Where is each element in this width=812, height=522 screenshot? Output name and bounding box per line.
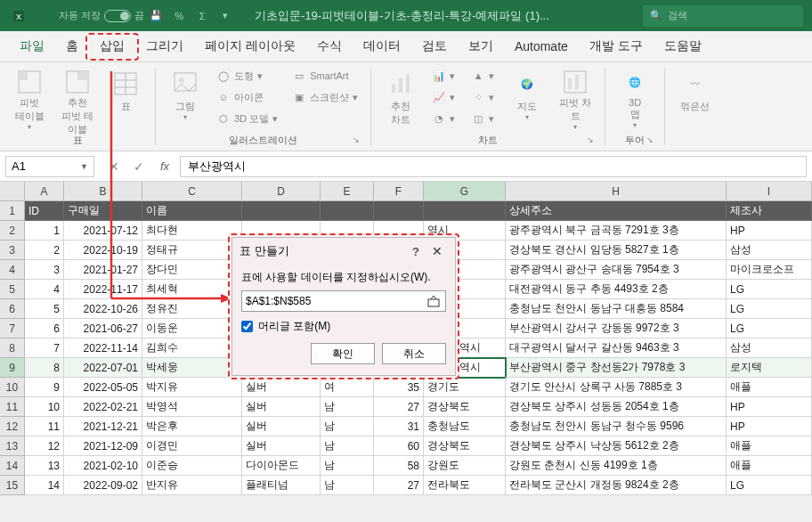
range-input[interactable] [241, 290, 446, 312]
cell[interactable]: 여 [321, 378, 374, 397]
chart-type-6[interactable]: ◫▾ [466, 109, 501, 128]
cell[interactable]: 강원도 [424, 456, 506, 476]
more-qat-icon[interactable]: ▾ [217, 8, 233, 24]
col-header-F[interactable]: F [374, 182, 424, 200]
cell[interactable]: 플래티넘 [242, 476, 321, 495]
cell[interactable]: 5 [25, 299, 64, 319]
cell[interactable]: 애플 [727, 456, 812, 476]
header-cell[interactable]: 상세주소 [506, 201, 727, 221]
pivot-chart-button[interactable]: 피벗 차트▾ [553, 66, 597, 133]
cell[interactable]: 박지유 [142, 378, 242, 397]
cell[interactable]: 삼성 [727, 338, 812, 358]
cell[interactable]: 전라북도 [424, 476, 506, 495]
cell[interactable]: LG [727, 319, 812, 338]
cell[interactable]: 7 [25, 338, 64, 358]
cell[interactable]: 12 [25, 436, 64, 456]
name-box[interactable]: A1 ▼ [5, 156, 94, 177]
chart-type-5[interactable]: ⁘▾ [466, 87, 501, 107]
table-button[interactable]: 표 [103, 66, 148, 133]
sparkline-button[interactable]: 〰 꺾은선 [672, 66, 717, 133]
row-header-1[interactable]: 1 [0, 201, 25, 221]
cell[interactable]: 실버 [242, 397, 321, 417]
row-header-13[interactable]: 13 [0, 436, 25, 456]
col-header-H[interactable]: H [506, 182, 727, 200]
col-header-B[interactable]: B [64, 182, 142, 200]
autosave-toggle[interactable]: 자동 저장 끔 [59, 9, 144, 22]
tab-developer[interactable]: 개발 도구 [579, 31, 654, 62]
header-cell[interactable]: 이름 [142, 201, 242, 221]
formula-input[interactable]: 부산광역시 [180, 156, 807, 177]
cell[interactable]: 2022-09-02 [64, 476, 142, 495]
cell[interactable]: 박은후 [142, 417, 242, 436]
cell[interactable]: 2022-07-01 [64, 358, 142, 378]
cell[interactable]: 2022-05-05 [64, 378, 142, 397]
cancel-button[interactable]: 취소 [382, 343, 446, 364]
row-header-5[interactable]: 5 [0, 280, 25, 299]
cell[interactable]: 이경민 [142, 436, 242, 456]
cell[interactable]: 2022-10-26 [64, 299, 142, 319]
select-all-corner[interactable] [0, 182, 25, 200]
ok-button[interactable]: 확인 [311, 343, 375, 364]
col-header-G[interactable]: G [424, 182, 506, 200]
row-header-12[interactable]: 12 [0, 417, 25, 436]
chart-type-4[interactable]: ▲▾ [466, 66, 501, 86]
row-header-4[interactable]: 4 [0, 260, 25, 280]
row-header-8[interactable]: 8 [0, 338, 25, 358]
header-cell[interactable] [242, 201, 321, 221]
col-header-D[interactable]: D [242, 182, 321, 200]
range-field[interactable] [246, 295, 426, 307]
cell[interactable]: HP [727, 397, 812, 417]
cell[interactable]: 전라북도 군산시 개정동 9824호 2층 [506, 476, 727, 495]
row-header-10[interactable]: 10 [0, 378, 25, 397]
cell[interactable]: 60 [374, 436, 424, 456]
cell[interactable]: 광주광역시 북구 금곡동 7291호 3층 [506, 221, 727, 241]
tab-data[interactable]: 데이터 [353, 31, 411, 62]
cell[interactable]: 실버 [242, 436, 321, 456]
tab-file[interactable]: 파일 [9, 31, 55, 62]
cell[interactable]: 2021-12-21 [64, 417, 142, 436]
cell[interactable]: 9 [25, 378, 64, 397]
range-picker-icon[interactable] [426, 295, 442, 307]
col-header-A[interactable]: A [25, 182, 64, 200]
cell[interactable]: 2021-07-12 [64, 221, 142, 241]
tab-help[interactable]: 도움말 [654, 31, 712, 62]
row-header-6[interactable]: 6 [0, 299, 25, 319]
header-cell[interactable]: 구매일 [64, 201, 142, 221]
cell[interactable]: 충청남도 [424, 417, 506, 436]
help-button[interactable]: ? [405, 245, 426, 258]
search-box[interactable]: 🔍 검색 [643, 5, 803, 27]
3dmodel-button[interactable]: ⬡3D 모델 ▾ [211, 109, 283, 128]
cell[interactable]: 남 [321, 397, 374, 417]
cell[interactable]: 경상북도 [424, 397, 506, 417]
cell[interactable]: 58 [374, 456, 424, 476]
row-header-14[interactable]: 14 [0, 456, 25, 476]
cell[interactable]: LG [727, 476, 812, 495]
percent-icon[interactable]: % [171, 8, 187, 24]
header-cell[interactable] [374, 201, 424, 221]
cell[interactable]: 4 [25, 280, 64, 299]
tab-pagelayout[interactable]: 페이지 레이아웃 [194, 31, 306, 62]
header-cell[interactable]: ID [25, 201, 64, 221]
cell[interactable]: 충청남도 천안시 동남구 청수동 9596 [506, 417, 727, 436]
close-button[interactable]: ✕ [426, 244, 448, 258]
cell[interactable]: 부산광역시 강서구 강동동 9972호 3 [506, 319, 727, 338]
cell[interactable]: 2021-06-27 [64, 319, 142, 338]
cell[interactable]: 2022-10-19 [64, 241, 142, 260]
cell[interactable]: HP [727, 417, 812, 436]
cell[interactable]: 로지텍 [727, 358, 812, 378]
headers-checkbox[interactable] [241, 321, 253, 332]
cell[interactable]: 실버 [242, 378, 321, 397]
cancel-edit-button[interactable]: ✕ [105, 159, 123, 174]
3dmap-button[interactable]: 🌐 3D 맵▾ [613, 66, 657, 133]
cell[interactable]: 대전광역시 동구 추동 4493호 2층 [506, 280, 727, 299]
cell[interactable]: HP [727, 221, 812, 241]
cell[interactable]: 이준승 [142, 456, 242, 476]
sum-icon[interactable]: Σ [194, 8, 210, 24]
cell[interactable]: 삼성 [727, 241, 812, 260]
cell[interactable]: 2 [25, 241, 64, 260]
maps-button[interactable]: 🌍 지도▾ [505, 66, 549, 133]
cell[interactable]: 반지유 [142, 476, 242, 495]
cell[interactable]: 박영석 [142, 397, 242, 417]
cell[interactable]: 11 [25, 417, 64, 436]
cell[interactable]: 1 [25, 221, 64, 241]
